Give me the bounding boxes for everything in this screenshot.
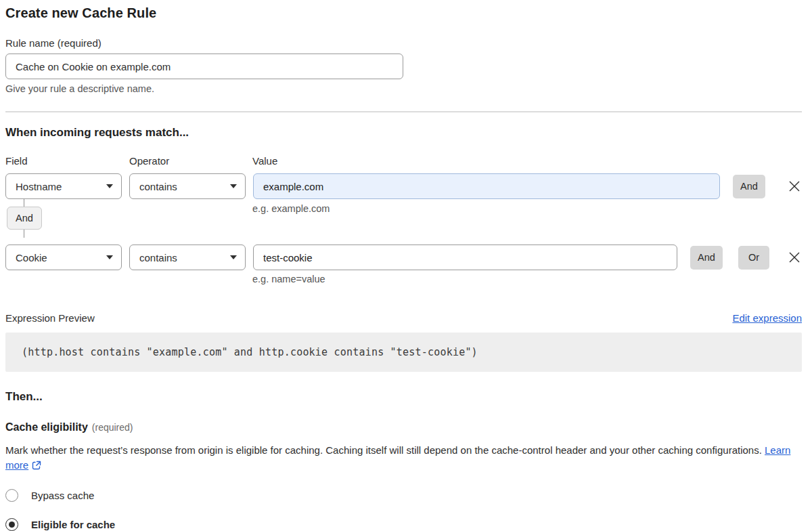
cache-eligibility-required: (required) [92, 422, 133, 433]
field-select-row1-value: Hostname [16, 181, 62, 192]
value-input-row2[interactable] [253, 245, 677, 270]
rule-name-label: Rule name (required) [5, 37, 802, 49]
row2-hint-area: e.g. name=value [5, 270, 802, 284]
cache-eligibility-title: Cache eligibility [5, 421, 88, 433]
chevron-down-icon [230, 255, 237, 259]
row-connector-area: And e.g. example.com [5, 199, 802, 238]
chevron-down-icon [106, 184, 113, 188]
close-icon [788, 180, 800, 192]
operator-select-row1-value: contains [139, 181, 177, 192]
radio-button[interactable] [5, 489, 18, 502]
match-row: Hostname contains And [5, 173, 802, 199]
field-select-row2[interactable]: Cookie [5, 245, 122, 270]
edit-expression-link[interactable]: Edit expression [732, 312, 802, 324]
operator-select-row2[interactable]: contains [129, 245, 246, 270]
operator-select-row1[interactable]: contains [129, 173, 246, 199]
cache-eligibility-description-text: Mark whether the request’s response from… [5, 444, 762, 456]
match-heading: When incoming requests match... [5, 126, 802, 140]
then-heading: Then... [5, 390, 802, 404]
field-column-label: Field [5, 155, 129, 167]
add-and-button-row1[interactable]: And [733, 175, 765, 198]
cache-eligibility-description: Mark whether the request’s response from… [5, 443, 802, 474]
cache-eligibility-heading: Cache eligibility(required) [5, 421, 802, 433]
radio-label: Bypass cache [31, 490, 94, 501]
close-icon [788, 251, 800, 263]
operator-select-row2-value: contains [139, 252, 177, 263]
connector-line [24, 199, 24, 207]
value-column-label: Value [252, 155, 277, 167]
match-column-labels: Field Operator Value [5, 155, 802, 167]
external-link-icon [32, 459, 41, 474]
value-hint-row2: e.g. name=value [252, 274, 325, 284]
add-or-button-row2[interactable]: Or [738, 246, 769, 270]
field-select-row1[interactable]: Hostname [5, 173, 122, 199]
chevron-down-icon [106, 255, 113, 259]
rule-name-help: Give your rule a descriptive name. [5, 83, 802, 94]
radio-button[interactable] [5, 518, 18, 531]
radio-option-bypass-cache[interactable]: Bypass cache [5, 489, 802, 502]
radio-label: Eligible for cache [31, 519, 115, 530]
connector-and-button[interactable]: And [7, 207, 42, 230]
page-title: Create new Cache Rule [5, 5, 802, 21]
expression-preview-label: Expression Preview [5, 312, 95, 324]
value-hint-row1: e.g. example.com [252, 203, 330, 214]
expression-preview-box: (http.host contains "example.com" and ht… [5, 333, 802, 372]
match-row: Cookie contains And Or [5, 245, 802, 270]
expression-code: (http.host contains "example.com" and ht… [22, 346, 478, 358]
chevron-down-icon [230, 184, 237, 188]
remove-row2-button[interactable] [787, 250, 802, 265]
rule-name-input[interactable] [5, 54, 403, 79]
add-and-button-row2[interactable]: And [690, 246, 723, 270]
operator-column-label: Operator [129, 155, 252, 167]
radio-option-eligible-for-cache[interactable]: Eligible for cache [5, 518, 802, 531]
connector-line [24, 230, 24, 238]
field-select-row2-value: Cookie [16, 252, 47, 263]
section-divider [5, 111, 802, 112]
remove-row1-button[interactable] [787, 179, 802, 194]
value-input-row1[interactable] [253, 173, 720, 199]
